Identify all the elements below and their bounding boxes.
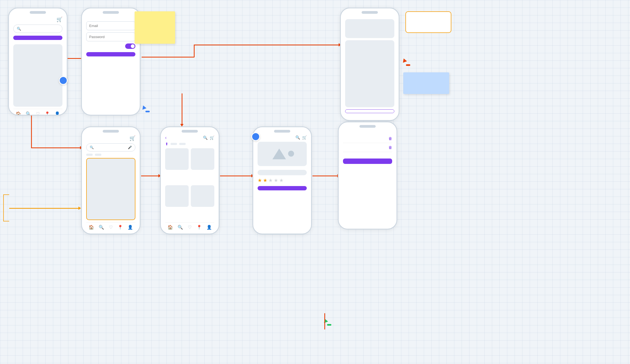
home-bottom-nav: 🏠 🔍 ♡ 📍 👤 xyxy=(13,109,62,116)
list-of-filters-section xyxy=(345,40,394,107)
nav-search-icon[interactable]: 🔍 xyxy=(26,111,31,116)
trash-icon-2[interactable]: 🗑 xyxy=(388,145,392,150)
list-cart-icon[interactable]: 🛒 xyxy=(210,136,214,140)
sort-arrow-head xyxy=(78,207,81,210)
phone-signin xyxy=(81,8,141,116)
star-5: ★ xyxy=(279,177,284,183)
arrow-h-to-filters xyxy=(194,45,340,45)
phone-home: 🛒 🔍 🏠 🔍 ♡ 📍 👤 xyxy=(8,8,68,116)
raul-cursor-area xyxy=(142,105,146,109)
raul-badge xyxy=(145,111,150,112)
list-search-icon[interactable]: 🔍 xyxy=(203,136,208,140)
cart-item-1: 🗑 xyxy=(343,134,392,143)
phone-notch xyxy=(30,11,46,14)
sort-arrow xyxy=(9,208,79,209)
raul-cursor-icon xyxy=(141,105,146,110)
signin-button[interactable] xyxy=(86,52,135,56)
phone-notch xyxy=(103,130,119,133)
nav-search-icon[interactable]: 🔍 xyxy=(99,225,104,230)
sticky-quantity xyxy=(403,72,449,94)
dan-cursor-icon xyxy=(402,58,407,63)
remember-me-toggle[interactable] xyxy=(125,43,135,49)
back-icon[interactable]: ‹ xyxy=(165,135,166,140)
filter-funnel-icon[interactable]: ⬆ xyxy=(165,142,168,146)
phone-cart: 🗑 🗑 xyxy=(338,122,397,230)
arrow-shop-to-list xyxy=(141,176,159,176)
home-signin-button[interactable] xyxy=(13,36,62,40)
flyer-tag[interactable] xyxy=(86,154,93,156)
circle-shape xyxy=(288,151,294,157)
nav-profile-icon[interactable]: 👤 xyxy=(55,111,60,116)
nav-search-icon[interactable]: 🔍 xyxy=(178,225,183,230)
nav-profile-icon[interactable]: 👤 xyxy=(128,225,133,230)
detail-cart-icon[interactable]: 🛒 xyxy=(302,135,307,140)
product-image xyxy=(258,142,307,166)
mountain-shape xyxy=(272,149,286,159)
phone-notch xyxy=(103,11,119,14)
list-bottom-nav: 🏠 🔍 ♡ 📍 👤 xyxy=(165,222,214,230)
add-to-cart-button[interactable] xyxy=(258,186,307,190)
badge-2 xyxy=(251,132,260,141)
phone-product-detail: 🔍 🛒 ★ ★ ★ ★ ★ xyxy=(252,126,312,234)
nav-home-icon[interactable]: 🏠 xyxy=(168,225,173,230)
show-all-button[interactable] xyxy=(345,109,394,113)
phone-notch xyxy=(362,11,378,14)
product-item-1[interactable] xyxy=(165,148,189,170)
cart-item-2: 🗑 xyxy=(343,143,392,152)
shop-header: 🛒 xyxy=(86,135,135,141)
star-rating: ★ ★ ★ ★ ★ xyxy=(258,177,307,183)
detail-header: 🔍 🛒 xyxy=(258,135,307,140)
image-placeholder xyxy=(272,149,292,159)
kristin-badge xyxy=(327,324,331,326)
nav-profile-icon[interactable]: 👤 xyxy=(206,225,212,230)
list-filter-tag-2[interactable] xyxy=(179,143,186,145)
filter-settings-v-arrow xyxy=(182,93,182,124)
star-3: ★ xyxy=(268,177,273,183)
shop-bottom-nav: 🏠 🔍 ♡ 📍 👤 xyxy=(86,222,135,230)
checkout-button[interactable] xyxy=(343,159,392,164)
password-input[interactable] xyxy=(86,32,135,41)
shop-search-icon: 🔍 xyxy=(90,146,94,149)
home-header: 🛒 xyxy=(13,16,62,22)
search-icon: 🔍 xyxy=(17,27,21,31)
promo-tag[interactable] xyxy=(95,154,101,156)
shop-search-box[interactable]: 🔍 🎤 xyxy=(86,143,135,151)
home-promo-banner xyxy=(13,44,62,107)
nav-home-icon[interactable]: 🏠 xyxy=(89,225,94,230)
sort-bracket xyxy=(3,194,9,221)
trash-icon-1[interactable]: 🗑 xyxy=(388,136,392,141)
sticky-clear-all xyxy=(405,11,451,33)
sticky-face-id xyxy=(135,11,175,44)
nav-favorites-icon[interactable]: ♡ xyxy=(109,225,113,230)
nav-location-icon[interactable]: 📍 xyxy=(118,225,123,230)
list-filter-tag-1[interactable] xyxy=(171,143,177,145)
nav-favorites-icon[interactable]: ♡ xyxy=(36,111,40,116)
email-input[interactable] xyxy=(86,21,135,30)
product-item-3[interactable] xyxy=(165,185,189,207)
arrow-list-to-detail xyxy=(220,176,252,176)
star-2: ★ xyxy=(263,177,267,183)
nav-home-icon[interactable]: 🏠 xyxy=(16,111,21,116)
arrow-detail-to-cart xyxy=(312,176,338,176)
mic-icon: 🎤 xyxy=(128,146,132,149)
shop-cart-icon[interactable]: 🛒 xyxy=(129,135,135,141)
arrow-go-shopping-h xyxy=(31,147,81,148)
home-cart-icon[interactable]: 🛒 xyxy=(56,16,62,22)
phone-shop: 🛒 🔍 🎤 🏠 🔍 ♡ 📍 👤 xyxy=(81,126,141,234)
kristin-cursor-icon xyxy=(323,318,328,323)
product-item-2[interactable] xyxy=(191,148,214,170)
phone-filters xyxy=(340,8,399,121)
nav-location-icon[interactable]: 📍 xyxy=(196,225,202,230)
detail-search-icon[interactable]: 🔍 xyxy=(295,135,300,140)
home-search-box[interactable]: 🔍 xyxy=(13,25,62,33)
list-header: ‹ 🔍 🛒 xyxy=(165,135,214,140)
categories-section[interactable] xyxy=(86,158,135,220)
arrow-v-to-filters xyxy=(194,45,195,57)
product-item-4[interactable] xyxy=(191,185,214,207)
badge-1 xyxy=(59,76,68,85)
delivery-options-label xyxy=(343,130,392,132)
phone-notch xyxy=(274,130,290,133)
nav-location-icon[interactable]: 📍 xyxy=(45,111,50,116)
phone-product-list: ‹ 🔍 🛒 ⬆ 🏠 🔍 xyxy=(160,126,219,234)
nav-favorites-icon[interactable]: ♡ xyxy=(188,225,192,230)
